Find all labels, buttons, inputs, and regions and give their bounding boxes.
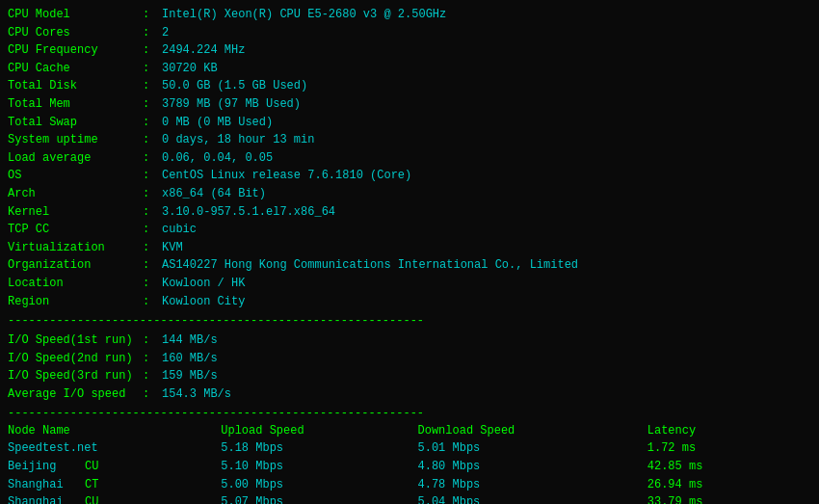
- speed-section: Node Name Upload Speed Download Speed La…: [8, 424, 811, 504]
- latency: 1.72 ms: [647, 439, 811, 458]
- io2-row: I/O Speed(2nd run) : 160 MB/s: [8, 350, 811, 368]
- kernel-row: Kernel : 3.10.0-957.5.1.el7.x86_64: [8, 203, 811, 222]
- speed-table-header: Node Name Upload Speed Download Speed La…: [8, 424, 811, 439]
- total-disk-row: Total Disk : 50.0 GB (1.5 GB Used): [8, 77, 811, 95]
- arch-label: Arch: [8, 185, 143, 203]
- ioavg-row: Average I/O speed : 154.3 MB/s: [8, 385, 811, 404]
- io-section: I/O Speed(1st run) : 144 MB/s I/O Speed(…: [8, 332, 811, 403]
- kernel-label: Kernel: [8, 203, 143, 222]
- col-node: Node Name: [8, 424, 221, 439]
- total-mem-row: Total Mem : 3789 MB (97 MB Used): [8, 95, 811, 114]
- region-row: Region : Kowloon City: [8, 293, 811, 311]
- table-row: Shanghai CT5.00 Mbps4.78 Mbps26.94 ms: [8, 476, 811, 494]
- region-value: Kowloon City: [162, 293, 245, 311]
- org-row: Organization : AS140227 Hong Kong Commun…: [8, 256, 811, 275]
- cpu-cache-row: CPU Cache : 30720 KB: [8, 60, 811, 78]
- arch-value: x86_64 (64 Bit): [162, 185, 266, 203]
- org-label: Organization: [8, 256, 143, 275]
- virt-row: Virtualization : KVM: [8, 239, 811, 257]
- io2-value: 160 MB/s: [162, 350, 218, 368]
- sysinfo-section: CPU Model : Intel(R) Xeon(R) CPU E5-2680…: [8, 6, 811, 310]
- download-speed: 4.80 Mbps: [417, 458, 647, 476]
- org-value: AS140227 Hong Kong Communications Intern…: [162, 256, 578, 275]
- cpu-cache-value: 30720 KB: [162, 60, 218, 78]
- virt-label: Virtualization: [8, 239, 143, 257]
- cpu-cache-label: CPU Cache: [8, 60, 143, 78]
- total-swap-label: Total Swap: [8, 114, 143, 132]
- total-swap-row: Total Swap : 0 MB (0 MB Used): [8, 114, 811, 132]
- io1-value: 144 MB/s: [162, 332, 218, 350]
- node-name: Beijing: [8, 458, 85, 476]
- divider-1: ----------------------------------------…: [8, 314, 811, 328]
- col-upload: Upload Speed: [221, 424, 417, 439]
- cpu-cores-row: CPU Cores : 2: [8, 24, 811, 42]
- ioavg-label: Average I/O speed: [8, 385, 143, 404]
- io1-row: I/O Speed(1st run) : 144 MB/s: [8, 332, 811, 350]
- ioavg-value: 154.3 MB/s: [162, 385, 231, 404]
- location-value: Kowloon / HK: [162, 275, 245, 293]
- download-speed: 5.01 Mbps: [417, 439, 647, 458]
- os-value: CentOS Linux release 7.6.1810 (Core): [162, 167, 411, 185]
- divider-2: ----------------------------------------…: [8, 407, 811, 420]
- tcp-cc-value: cubic: [162, 221, 197, 239]
- cpu-model-row: CPU Model : Intel(R) Xeon(R) CPU E5-2680…: [8, 6, 811, 24]
- region-label: Region: [8, 293, 143, 311]
- cpu-model-label: CPU Model: [8, 6, 143, 24]
- io2-label: I/O Speed(2nd run): [8, 350, 143, 368]
- col-download: Download Speed: [417, 424, 647, 439]
- total-mem-value: 3789 MB (97 MB Used): [162, 95, 301, 114]
- cpu-cores-label: CPU Cores: [8, 24, 143, 42]
- uptime-row: System uptime : 0 days, 18 hour 13 min: [8, 131, 811, 149]
- download-speed: 5.04 Mbps: [417, 493, 647, 504]
- io3-label: I/O Speed(3rd run): [8, 367, 143, 385]
- upload-speed: 5.07 Mbps: [221, 493, 417, 504]
- node-tag: CU: [85, 493, 114, 504]
- virt-value: KVM: [162, 239, 183, 257]
- node-tag: CU: [85, 458, 114, 476]
- tcp-cc-row: TCP CC : cubic: [8, 221, 811, 239]
- table-row: Beijing CU5.10 Mbps4.80 Mbps42.85 ms: [8, 458, 811, 476]
- table-row: Speedtest.net5.18 Mbps5.01 Mbps1.72 ms: [8, 439, 811, 458]
- cpu-freq-label: CPU Frequency: [8, 41, 143, 60]
- cpu-freq-value: 2494.224 MHz: [162, 41, 245, 60]
- os-label: OS: [8, 167, 143, 185]
- io3-row: I/O Speed(3rd run) : 159 MB/s: [8, 367, 811, 385]
- cpu-freq-row: CPU Frequency : 2494.224 MHz: [8, 41, 811, 60]
- load-value: 0.06, 0.04, 0.05: [162, 149, 273, 168]
- upload-speed: 5.18 Mbps: [221, 439, 417, 458]
- load-row: Load average : 0.06, 0.04, 0.05: [8, 149, 811, 168]
- total-disk-value: 50.0 GB (1.5 GB Used): [162, 77, 307, 95]
- latency: 26.94 ms: [647, 476, 811, 494]
- node-name: Shanghai: [8, 476, 85, 494]
- node-name: Shanghai: [8, 493, 85, 504]
- location-label: Location: [8, 275, 143, 293]
- location-row: Location : Kowloon / HK: [8, 275, 811, 293]
- total-swap-value: 0 MB (0 MB Used): [162, 114, 273, 132]
- speed-table: Node Name Upload Speed Download Speed La…: [8, 424, 811, 504]
- table-row: Shanghai CU5.07 Mbps5.04 Mbps33.79 ms: [8, 493, 811, 504]
- node-tag: CT: [85, 476, 114, 494]
- node-name: Speedtest.net: [8, 439, 98, 458]
- latency: 42.85 ms: [647, 458, 811, 476]
- io1-label: I/O Speed(1st run): [8, 332, 143, 350]
- load-label: Load average: [8, 149, 143, 168]
- total-disk-label: Total Disk: [8, 77, 143, 95]
- os-row: OS : CentOS Linux release 7.6.1810 (Core…: [8, 167, 811, 185]
- download-speed: 4.78 Mbps: [417, 476, 647, 494]
- tcp-cc-label: TCP CC: [8, 221, 143, 239]
- uptime-value: 0 days, 18 hour 13 min: [162, 131, 314, 149]
- col-latency: Latency: [647, 424, 811, 439]
- cpu-model-value: Intel(R) Xeon(R) CPU E5-2680 v3 @ 2.50GH…: [162, 6, 446, 24]
- total-mem-label: Total Mem: [8, 95, 143, 114]
- arch-row: Arch : x86_64 (64 Bit): [8, 185, 811, 203]
- uptime-label: System uptime: [8, 131, 143, 149]
- kernel-value: 3.10.0-957.5.1.el7.x86_64: [162, 203, 335, 222]
- upload-speed: 5.10 Mbps: [221, 458, 417, 476]
- latency: 33.79 ms: [647, 493, 811, 504]
- cpu-cores-value: 2: [162, 24, 169, 42]
- io3-value: 159 MB/s: [162, 367, 218, 385]
- upload-speed: 5.00 Mbps: [221, 476, 417, 494]
